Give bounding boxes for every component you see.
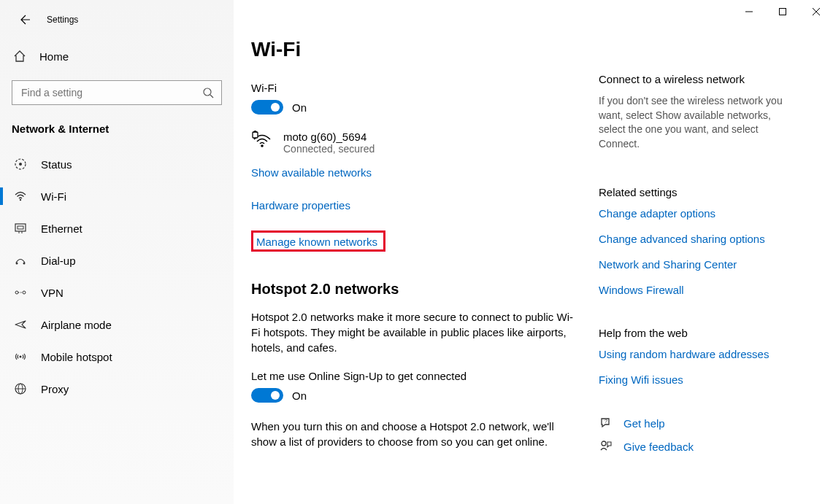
titlebar xyxy=(0,0,833,23)
home-icon xyxy=(13,50,26,63)
fixing-wifi-link[interactable]: Fixing Wifi issues xyxy=(599,373,796,386)
signup-description: When you turn this on and choose a Hotsp… xyxy=(251,419,581,449)
vpn-icon xyxy=(13,286,28,299)
search-icon xyxy=(203,88,214,98)
sidebar-item-label: Proxy xyxy=(41,383,69,395)
signup-label: Let me use Online Sign-Up to get connect… xyxy=(251,370,581,382)
search-input[interactable] xyxy=(20,86,214,99)
svg-point-16 xyxy=(23,291,26,294)
show-available-networks-link[interactable]: Show available networks xyxy=(251,166,372,179)
home-nav[interactable]: Home xyxy=(0,42,234,70)
sidebar-item-label: Airplane mode xyxy=(41,319,112,331)
related-settings-title: Related settings xyxy=(599,186,796,198)
get-help-link[interactable]: ? Get help xyxy=(599,416,796,430)
maximize-button[interactable] xyxy=(766,0,799,23)
manage-known-networks-link[interactable]: Manage known networks xyxy=(256,236,377,248)
change-adapter-link[interactable]: Change adapter options xyxy=(599,207,796,220)
status-icon xyxy=(13,158,28,171)
highlight-box: Manage known networks xyxy=(251,230,385,252)
hotspot-section-title: Hotspot 2.0 networks xyxy=(251,281,581,298)
sidebar-item-label: VPN xyxy=(41,287,64,299)
proxy-icon xyxy=(13,382,28,395)
svg-line-5 xyxy=(210,95,213,98)
give-feedback-link[interactable]: Give feedback xyxy=(599,440,796,453)
search-box[interactable] xyxy=(12,80,222,105)
right-rail: Connect to a wireless network If you don… xyxy=(599,28,810,489)
give-feedback-label: Give feedback xyxy=(623,441,694,453)
svg-rect-23 xyxy=(253,132,258,138)
hotspot-description: Hotspot 2.0 networks make it more secure… xyxy=(251,309,581,355)
wifi-secured-icon xyxy=(251,131,273,150)
svg-point-15 xyxy=(15,291,18,294)
feedback-icon xyxy=(599,440,613,453)
svg-point-25 xyxy=(602,441,606,446)
minimize-button[interactable] xyxy=(732,0,766,23)
svg-point-8 xyxy=(20,199,21,201)
home-label: Home xyxy=(39,50,69,63)
dialup-icon xyxy=(13,254,28,267)
network-sharing-center-link[interactable]: Network and Sharing Center xyxy=(599,258,796,271)
signup-toggle-state: On xyxy=(292,389,307,402)
connect-title: Connect to a wireless network xyxy=(599,73,796,85)
network-name: moto g(60)_5694 xyxy=(283,131,375,143)
svg-rect-10 xyxy=(18,226,23,229)
connect-desc: If you don't see the wireless network yo… xyxy=(599,94,796,151)
svg-point-7 xyxy=(19,163,22,166)
sidebar-item-label: Ethernet xyxy=(41,222,82,235)
page-title: Wi-Fi xyxy=(251,38,581,61)
hotspot-icon xyxy=(13,350,28,363)
close-button[interactable] xyxy=(799,0,833,23)
wifi-icon xyxy=(13,190,28,203)
sidebar-item-wifi[interactable]: Wi-Fi xyxy=(0,180,234,212)
svg-point-22 xyxy=(261,144,264,147)
hardware-properties-link[interactable]: Hardware properties xyxy=(251,199,350,212)
airplane-icon xyxy=(13,318,28,331)
wifi-toggle-state: On xyxy=(292,101,307,114)
svg-point-14 xyxy=(23,263,26,265)
main-content: Wi-Fi Wi-Fi On xyxy=(251,28,599,489)
sidebar-item-ethernet[interactable]: Ethernet xyxy=(0,212,234,244)
network-status: Connected, secured xyxy=(283,143,375,155)
sidebar-item-label: Wi-Fi xyxy=(41,190,66,203)
change-sharing-link[interactable]: Change advanced sharing options xyxy=(599,233,796,245)
svg-point-18 xyxy=(20,356,22,358)
svg-text:?: ? xyxy=(604,419,607,424)
svg-point-4 xyxy=(204,88,211,96)
current-network[interactable]: moto g(60)_5694 Connected, secured xyxy=(251,131,581,155)
sidebar-section-label: Network & Internet xyxy=(0,118,234,148)
svg-rect-1 xyxy=(780,9,786,15)
ethernet-icon xyxy=(13,222,28,235)
sidebar-item-vpn[interactable]: VPN xyxy=(0,276,234,309)
svg-point-13 xyxy=(16,263,18,265)
sidebar-item-proxy[interactable]: Proxy xyxy=(0,373,234,405)
sidebar-item-label: Status xyxy=(41,158,72,171)
wifi-toggle[interactable] xyxy=(251,100,283,115)
get-help-label: Get help xyxy=(623,417,665,430)
signup-toggle[interactable] xyxy=(251,388,283,403)
sidebar-item-hotspot[interactable]: Mobile hotspot xyxy=(0,341,234,373)
windows-firewall-link[interactable]: Windows Firewall xyxy=(599,284,796,296)
sidebar-item-airplane[interactable]: Airplane mode xyxy=(0,309,234,341)
wifi-switch-label: Wi-Fi xyxy=(251,82,581,94)
sidebar-item-label: Mobile hotspot xyxy=(41,351,112,363)
help-from-web-title: Help from the web xyxy=(599,327,796,339)
sidebar-item-status[interactable]: Status xyxy=(0,148,234,180)
sidebar-item-label: Dial-up xyxy=(41,255,76,267)
random-hardware-link[interactable]: Using random hardware addresses xyxy=(599,348,796,360)
sidebar: Settings Home Network & Internet Status xyxy=(0,0,234,504)
svg-rect-9 xyxy=(15,224,26,231)
sidebar-item-dialup[interactable]: Dial-up xyxy=(0,244,234,276)
help-icon: ? xyxy=(599,416,613,430)
